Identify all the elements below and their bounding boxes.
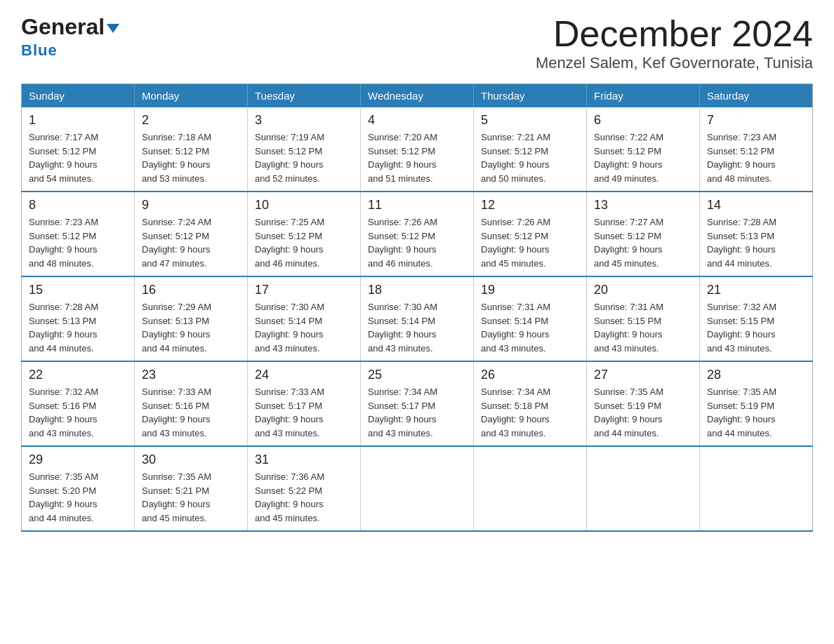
day-info: Sunrise: 7:35 AMSunset: 5:21 PMDaylight:… <box>142 470 240 525</box>
day-info: Sunrise: 7:35 AMSunset: 5:19 PMDaylight:… <box>707 385 805 440</box>
logo-triangle-icon <box>107 24 119 33</box>
calendar-cell: 7Sunrise: 7:23 AMSunset: 5:12 PMDaylight… <box>700 107 813 192</box>
logo-general: General <box>21 14 105 40</box>
day-number: 15 <box>29 283 127 297</box>
day-info: Sunrise: 7:21 AMSunset: 5:12 PMDaylight:… <box>481 130 579 185</box>
calendar-cell: 28Sunrise: 7:35 AMSunset: 5:19 PMDayligh… <box>700 361 813 446</box>
weekday-header: Sunday <box>22 84 135 108</box>
day-info: Sunrise: 7:23 AMSunset: 5:12 PMDaylight:… <box>707 130 805 185</box>
day-info: Sunrise: 7:31 AMSunset: 5:14 PMDaylight:… <box>481 300 579 355</box>
calendar-cell <box>474 446 587 531</box>
calendar-body: 1Sunrise: 7:17 AMSunset: 5:12 PMDaylight… <box>22 107 813 531</box>
logo-area: General Blue <box>21 14 119 60</box>
calendar-week-row: 22Sunrise: 7:32 AMSunset: 5:16 PMDayligh… <box>22 361 813 446</box>
calendar-cell: 4Sunrise: 7:20 AMSunset: 5:12 PMDaylight… <box>361 107 474 192</box>
day-number: 13 <box>594 198 692 213</box>
day-number: 2 <box>142 113 240 128</box>
day-info: Sunrise: 7:30 AMSunset: 5:14 PMDaylight:… <box>368 300 466 355</box>
calendar-cell <box>587 446 700 531</box>
calendar-cell: 21Sunrise: 7:32 AMSunset: 5:15 PMDayligh… <box>700 276 813 361</box>
day-info: Sunrise: 7:17 AMSunset: 5:12 PMDaylight:… <box>29 130 127 185</box>
header: General Blue December 2024 Menzel Salem,… <box>21 14 813 72</box>
calendar-cell: 13Sunrise: 7:27 AMSunset: 5:12 PMDayligh… <box>587 192 700 276</box>
calendar-cell: 2Sunrise: 7:18 AMSunset: 5:12 PMDaylight… <box>135 107 248 192</box>
day-number: 6 <box>594 113 692 128</box>
weekday-header: Wednesday <box>361 84 474 108</box>
day-info: Sunrise: 7:31 AMSunset: 5:15 PMDaylight:… <box>594 300 692 355</box>
calendar-cell: 14Sunrise: 7:28 AMSunset: 5:13 PMDayligh… <box>700 192 813 276</box>
day-number: 11 <box>368 198 466 213</box>
calendar-week-row: 29Sunrise: 7:35 AMSunset: 5:20 PMDayligh… <box>22 446 813 531</box>
day-number: 12 <box>481 198 579 213</box>
calendar-header: SundayMondayTuesdayWednesdayThursdayFrid… <box>22 84 813 108</box>
day-number: 19 <box>481 283 579 297</box>
calendar-cell <box>361 446 474 531</box>
calendar-cell: 22Sunrise: 7:32 AMSunset: 5:16 PMDayligh… <box>22 361 135 446</box>
logo-blue-text: Blue <box>21 41 58 60</box>
calendar-table: SundayMondayTuesdayWednesdayThursdayFrid… <box>21 83 813 532</box>
day-info: Sunrise: 7:18 AMSunset: 5:12 PMDaylight:… <box>142 130 240 185</box>
day-number: 24 <box>255 368 353 382</box>
day-number: 28 <box>707 368 805 382</box>
day-info: Sunrise: 7:32 AMSunset: 5:16 PMDaylight:… <box>29 385 127 440</box>
day-number: 1 <box>29 113 127 128</box>
weekday-header: Saturday <box>700 84 813 108</box>
weekday-header: Thursday <box>474 84 587 108</box>
calendar-cell: 30Sunrise: 7:35 AMSunset: 5:21 PMDayligh… <box>135 446 248 531</box>
calendar-cell: 18Sunrise: 7:30 AMSunset: 5:14 PMDayligh… <box>361 276 474 361</box>
day-info: Sunrise: 7:28 AMSunset: 5:13 PMDaylight:… <box>707 215 805 270</box>
calendar-week-row: 8Sunrise: 7:23 AMSunset: 5:12 PMDaylight… <box>22 192 813 276</box>
day-info: Sunrise: 7:27 AMSunset: 5:12 PMDaylight:… <box>594 215 692 270</box>
calendar-cell: 16Sunrise: 7:29 AMSunset: 5:13 PMDayligh… <box>135 276 248 361</box>
calendar-cell: 3Sunrise: 7:19 AMSunset: 5:12 PMDaylight… <box>248 107 361 192</box>
day-info: Sunrise: 7:24 AMSunset: 5:12 PMDaylight:… <box>142 215 240 270</box>
day-number: 9 <box>142 198 240 213</box>
day-info: Sunrise: 7:19 AMSunset: 5:12 PMDaylight:… <box>255 130 353 185</box>
calendar-cell: 6Sunrise: 7:22 AMSunset: 5:12 PMDaylight… <box>587 107 700 192</box>
day-info: Sunrise: 7:33 AMSunset: 5:16 PMDaylight:… <box>142 385 240 440</box>
calendar-cell: 8Sunrise: 7:23 AMSunset: 5:12 PMDaylight… <box>22 192 135 276</box>
day-info: Sunrise: 7:35 AMSunset: 5:20 PMDaylight:… <box>29 470 127 525</box>
day-info: Sunrise: 7:20 AMSunset: 5:12 PMDaylight:… <box>368 130 466 185</box>
day-number: 29 <box>29 452 127 467</box>
logo-wrapper: General <box>21 14 119 40</box>
title-area: December 2024 Menzel Salem, Kef Governor… <box>536 14 813 72</box>
day-number: 17 <box>255 283 353 297</box>
header-row: SundayMondayTuesdayWednesdayThursdayFrid… <box>22 84 813 108</box>
day-number: 4 <box>368 113 466 128</box>
day-number: 3 <box>255 113 353 128</box>
day-info: Sunrise: 7:23 AMSunset: 5:12 PMDaylight:… <box>29 215 127 270</box>
day-number: 26 <box>481 368 579 382</box>
weekday-header: Monday <box>135 84 248 108</box>
calendar-cell: 24Sunrise: 7:33 AMSunset: 5:17 PMDayligh… <box>248 361 361 446</box>
location-title: Menzel Salem, Kef Governorate, Tunisia <box>536 54 813 72</box>
weekday-header: Tuesday <box>248 84 361 108</box>
calendar-week-row: 1Sunrise: 7:17 AMSunset: 5:12 PMDaylight… <box>22 107 813 192</box>
day-number: 27 <box>594 368 692 382</box>
day-number: 22 <box>29 368 127 382</box>
day-number: 10 <box>255 198 353 213</box>
calendar-cell: 1Sunrise: 7:17 AMSunset: 5:12 PMDaylight… <box>22 107 135 192</box>
calendar-cell: 12Sunrise: 7:26 AMSunset: 5:12 PMDayligh… <box>474 192 587 276</box>
day-number: 7 <box>707 113 805 128</box>
calendar-cell: 23Sunrise: 7:33 AMSunset: 5:16 PMDayligh… <box>135 361 248 446</box>
day-number: 21 <box>707 283 805 297</box>
weekday-header: Friday <box>587 84 700 108</box>
day-number: 18 <box>368 283 466 297</box>
day-number: 20 <box>594 283 692 297</box>
day-number: 30 <box>142 452 240 467</box>
day-info: Sunrise: 7:34 AMSunset: 5:18 PMDaylight:… <box>481 385 579 440</box>
calendar-cell: 20Sunrise: 7:31 AMSunset: 5:15 PMDayligh… <box>587 276 700 361</box>
day-info: Sunrise: 7:29 AMSunset: 5:13 PMDaylight:… <box>142 300 240 355</box>
day-number: 16 <box>142 283 240 297</box>
day-info: Sunrise: 7:36 AMSunset: 5:22 PMDaylight:… <box>255 470 353 525</box>
day-info: Sunrise: 7:25 AMSunset: 5:12 PMDaylight:… <box>255 215 353 270</box>
day-number: 14 <box>707 198 805 213</box>
day-number: 8 <box>29 198 127 213</box>
day-info: Sunrise: 7:34 AMSunset: 5:17 PMDaylight:… <box>368 385 466 440</box>
day-info: Sunrise: 7:30 AMSunset: 5:14 PMDaylight:… <box>255 300 353 355</box>
day-info: Sunrise: 7:22 AMSunset: 5:12 PMDaylight:… <box>594 130 692 185</box>
calendar-cell: 9Sunrise: 7:24 AMSunset: 5:12 PMDaylight… <box>135 192 248 276</box>
calendar-cell: 31Sunrise: 7:36 AMSunset: 5:22 PMDayligh… <box>248 446 361 531</box>
day-number: 5 <box>481 113 579 128</box>
